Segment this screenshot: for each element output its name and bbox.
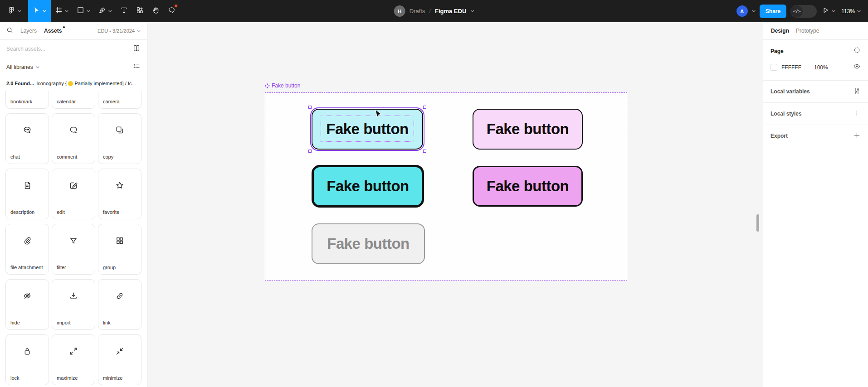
section-label: Local styles	[770, 111, 802, 117]
frame-tool-button[interactable]	[51, 0, 73, 22]
asset-tile-import[interactable]: import	[52, 279, 95, 330]
local-variables-section[interactable]: Local variables	[763, 80, 868, 102]
selection-handle[interactable]	[423, 106, 426, 109]
page-color-swatch[interactable]	[770, 64, 777, 71]
asset-tile-file-attachment[interactable]: file attachment	[5, 224, 49, 275]
asset-tile-hide[interactable]: hide	[5, 279, 49, 330]
fake-button-magenta[interactable]: Fake button	[473, 166, 583, 207]
hand-tool-button[interactable]	[148, 0, 164, 22]
list-view-icon[interactable]	[132, 62, 141, 72]
button-label: Fake button	[327, 178, 409, 195]
zoom-menu[interactable]: 113%	[840, 0, 862, 22]
page-selector-label: EDU - 3/21/2024	[98, 28, 135, 34]
button-label: Fake button	[327, 235, 410, 252]
assets-update-dot	[63, 26, 65, 28]
asset-tile-maximize[interactable]: maximize	[52, 334, 95, 385]
fake-button-hover-pink[interactable]: Fake button	[473, 109, 583, 150]
asset-tile-bookmark[interactable]: bookmark	[5, 91, 49, 109]
play-icon	[822, 6, 829, 16]
file-attachment-icon	[6, 236, 49, 245]
page-selector[interactable]: EDU - 3/21/2024	[98, 28, 141, 34]
asset-tile-comment[interactable]: comment	[52, 113, 95, 164]
asset-tile-calendar[interactable]: calendar	[52, 91, 95, 109]
selection-handle[interactable]	[423, 150, 426, 153]
variables-icon[interactable]	[853, 87, 861, 97]
edit-icon	[52, 181, 95, 190]
fake-button-cyan[interactable]: Fake button	[312, 165, 424, 208]
text-tool-button[interactable]	[116, 0, 132, 22]
canvas[interactable]: Fake button Fake button Fake button Fake…	[147, 22, 763, 387]
chat-icon	[6, 126, 49, 135]
fake-button-disabled[interactable]: Fake button	[312, 223, 425, 264]
styles-icon[interactable]	[853, 46, 861, 56]
section-label: Local variables	[770, 88, 810, 95]
asset-tile-minimize[interactable]: minimize	[98, 334, 141, 385]
chevron-down-icon	[87, 10, 90, 12]
asset-tile-description[interactable]: description	[5, 169, 49, 219]
asset-tile-lock[interactable]: lock	[5, 334, 49, 385]
selection-handle[interactable]	[308, 106, 312, 109]
library-section-name: Iconography {	[36, 81, 67, 86]
chevron-down-icon	[832, 10, 835, 12]
tab-design[interactable]: Design	[771, 28, 789, 34]
plus-icon[interactable]	[853, 131, 861, 141]
yellow-status-dot	[68, 81, 73, 86]
present-button[interactable]	[821, 0, 836, 22]
tab-prototype[interactable]: Prototype	[796, 28, 819, 34]
filter-icon	[52, 236, 95, 245]
section-divider	[763, 147, 868, 147]
selection-handle[interactable]	[308, 150, 312, 153]
hide-icon	[6, 291, 49, 300]
asset-tile-copy[interactable]: copy	[98, 113, 141, 164]
actions-tool-button[interactable]	[132, 0, 148, 22]
file-owner-avatar[interactable]: H	[394, 5, 405, 17]
comment-tool-button[interactable]	[164, 0, 180, 22]
tab-assets[interactable]: Assets	[44, 28, 62, 34]
chevron-down-icon	[18, 10, 21, 12]
move-cursor-icon	[33, 6, 40, 16]
chevron-down-icon	[108, 10, 112, 12]
account-avatar[interactable]: A	[736, 5, 748, 17]
breadcrumb-separator: /	[429, 8, 431, 15]
main-menu-button[interactable]	[4, 0, 25, 22]
button-label: Fake button	[487, 121, 569, 138]
button-label: Fake button	[326, 121, 409, 138]
dev-mode-toggle[interactable]: </>	[790, 5, 817, 18]
export-section[interactable]: Export	[763, 125, 868, 147]
library-section-header[interactable]: 2.0 Found... Iconography { Partially imp…	[0, 76, 147, 89]
breadcrumb-file-name[interactable]: Figma EDU	[435, 8, 466, 15]
asset-tile-favorite[interactable]: favorite	[98, 169, 141, 219]
button-label: Fake button	[487, 178, 569, 195]
page-color-opacity[interactable]: 100%	[814, 64, 828, 71]
zoom-level: 113%	[841, 8, 855, 15]
asset-tile-filter[interactable]: filter	[52, 224, 95, 275]
search-icon[interactable]	[6, 27, 13, 35]
frame-label[interactable]: Fake button	[265, 82, 300, 89]
breadcrumb-folder[interactable]: Drafts	[410, 8, 425, 15]
asset-tile-camera[interactable]: camera	[98, 91, 141, 109]
asset-tile-group[interactable]: group	[98, 224, 141, 275]
tab-layers[interactable]: Layers	[20, 28, 37, 34]
chevron-down-icon[interactable]	[752, 10, 756, 12]
plus-icon[interactable]	[853, 109, 861, 119]
local-styles-section[interactable]: Local styles	[763, 102, 868, 125]
pen-tool-button[interactable]	[94, 0, 116, 22]
asset-tile-edit[interactable]: edit	[52, 169, 95, 219]
search-assets-input[interactable]	[6, 46, 132, 52]
chevron-down-icon[interactable]	[470, 10, 474, 12]
canvas-scrollbar-thumb[interactable]	[756, 214, 759, 232]
page-section: Page FFFFFF 100%	[763, 40, 868, 72]
library-filter-dropdown[interactable]: All libraries	[6, 64, 39, 70]
code-icon: </>	[791, 5, 803, 17]
shape-tool-button[interactable]	[73, 0, 94, 22]
asset-tile-chat[interactable]: chat	[5, 113, 49, 164]
asset-tile-link[interactable]: link	[98, 279, 141, 330]
open-book-icon[interactable]	[132, 44, 141, 54]
rectangle-icon	[77, 6, 84, 16]
eye-icon[interactable]	[853, 63, 861, 72]
fake-button-selected[interactable]: Fake button	[312, 109, 423, 150]
move-tool-button[interactable]	[28, 0, 51, 22]
page-section-title: Page	[770, 48, 784, 54]
share-button[interactable]: Share	[760, 5, 786, 18]
page-color-hex[interactable]: FFFFFF	[781, 64, 814, 71]
